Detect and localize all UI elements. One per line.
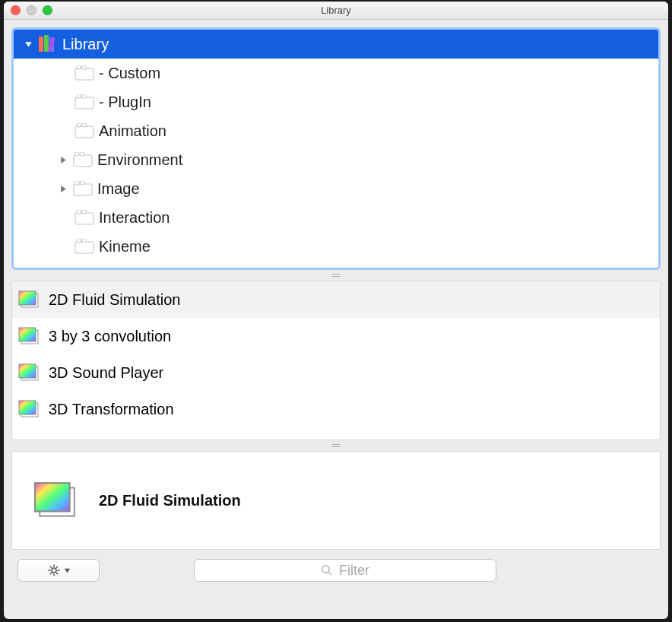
window-title: Library <box>321 5 351 16</box>
folder-icon <box>74 239 94 254</box>
list-item[interactable]: 3D Sound Player <box>12 354 660 391</box>
folder-icon <box>74 94 94 109</box>
folder-icon <box>73 152 93 167</box>
preview-icon <box>18 400 40 418</box>
folder-icon <box>74 210 94 225</box>
chevron-down-icon[interactable] <box>23 40 33 49</box>
detail-title: 2D Fluid Simulation <box>99 492 241 509</box>
chevron-right-icon[interactable] <box>58 185 68 193</box>
tree-item-label: Environment <box>97 151 182 169</box>
tree-item-label: Animation <box>99 122 166 140</box>
tree-item[interactable]: - PlugIn <box>14 87 658 116</box>
tree-item-label: - PlugIn <box>99 94 151 111</box>
patch-list[interactable]: 2D Fluid Simulation3 by 3 convolution3D … <box>11 281 661 440</box>
chevron-down-icon <box>64 567 71 574</box>
splitter-handle[interactable] <box>11 271 661 279</box>
preview-icon <box>18 363 40 382</box>
folder-icon <box>74 123 94 138</box>
close-icon[interactable] <box>11 5 21 15</box>
tree-item[interactable]: Environment <box>14 145 658 174</box>
list-item[interactable]: 3 by 3 convolution <box>12 318 660 354</box>
search-icon <box>321 564 333 576</box>
folder-icon <box>73 181 93 196</box>
tree-item-label: - Custom <box>99 65 160 82</box>
tree-item-label: Kineme <box>99 238 151 255</box>
tree-item[interactable]: - Custom <box>14 59 658 87</box>
list-item[interactable]: 2D Fluid Simulation <box>12 281 660 318</box>
preview-icon <box>18 290 40 309</box>
tree-root-label: Library <box>62 36 109 53</box>
filter-placeholder: Filter <box>339 563 369 579</box>
tree-item-label: Image <box>97 180 140 198</box>
bottom-toolbar: Filter <box>11 551 661 586</box>
preview-icon <box>33 481 78 520</box>
list-item-label: 3D Transformation <box>49 401 174 418</box>
gear-icon <box>47 563 61 577</box>
tree-item[interactable]: Image <box>14 174 658 203</box>
titlebar[interactable]: Library <box>4 2 668 20</box>
library-icon <box>38 35 58 53</box>
minimize-icon <box>27 5 36 15</box>
list-item-label: 2D Fluid Simulation <box>49 291 180 309</box>
folder-icon <box>74 65 94 81</box>
tree-item[interactable]: Animation <box>14 116 658 145</box>
list-item[interactable]: 3D Transformation <box>12 391 660 427</box>
tree-item[interactable]: Interaction <box>14 203 658 232</box>
tree-item[interactable]: Kineme <box>14 232 658 261</box>
preview-icon <box>18 327 40 345</box>
zoom-icon[interactable] <box>43 5 52 15</box>
list-item-label: 3 by 3 convolution <box>49 328 171 345</box>
tree-root[interactable]: Library <box>14 30 658 59</box>
detail-pane: 2D Fluid Simulation <box>11 451 661 550</box>
category-tree[interactable]: Library - Custom- PlugInAnimationEnviron… <box>11 27 661 270</box>
splitter-handle[interactable] <box>11 442 661 449</box>
content: Library - Custom- PlugInAnimationEnviron… <box>4 20 668 619</box>
traffic-lights <box>11 5 52 15</box>
chevron-right-icon[interactable] <box>58 156 68 164</box>
library-window: Library Library - Custom- PlugInAnimatio… <box>4 2 668 619</box>
tree-item-label: Interaction <box>99 209 170 227</box>
action-menu-button[interactable] <box>17 559 100 582</box>
list-item-label: 3D Sound Player <box>49 364 163 382</box>
filter-field[interactable]: Filter <box>194 559 496 582</box>
